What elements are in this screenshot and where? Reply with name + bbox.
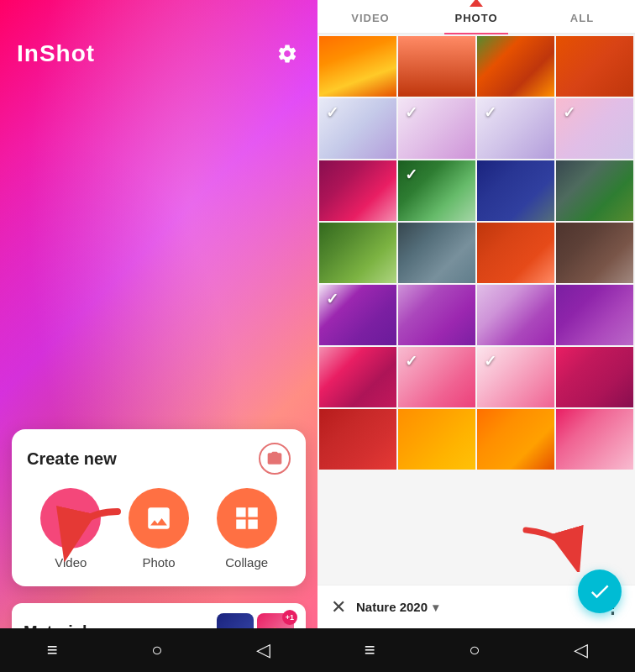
photo-option[interactable]: Photo: [129, 488, 189, 570]
checkmark-6-3: ✓: [484, 352, 496, 370]
tab-all[interactable]: ALL: [529, 0, 635, 33]
grid-cell-6-3[interactable]: ✓: [477, 347, 554, 407]
back-nav-left[interactable]: ◁: [256, 639, 270, 661]
photo-grid[interactable]: ✓ ✓ ✓ ✓ ✓: [318, 34, 635, 585]
home-nav-left[interactable]: ≡: [47, 639, 58, 661]
grid-cell-4-4[interactable]: [556, 223, 633, 283]
grid-cell-1-4[interactable]: [556, 36, 633, 97]
confirm-fab[interactable]: [578, 570, 622, 613]
checkmark-2-3: ✓: [484, 103, 496, 122]
grid-cell-6-2[interactable]: ✓: [398, 347, 475, 407]
back-nav-right[interactable]: ◁: [574, 639, 588, 661]
collage-label: Collage: [225, 555, 268, 570]
camera-button[interactable]: [259, 443, 291, 475]
video-circle: [40, 488, 101, 549]
plus-badge: +1: [282, 610, 297, 625]
grid-cell-3-1[interactable]: [319, 160, 396, 221]
grid-row-3: ✓: [319, 160, 633, 221]
grid-cell-2-1[interactable]: ✓: [319, 98, 396, 159]
grid-cell-5-4[interactable]: [556, 285, 633, 345]
grid-cell-1-1[interactable]: [319, 36, 396, 97]
create-card-header: Create new: [27, 443, 291, 475]
grid-row-4: [319, 223, 633, 283]
checkmark-2-2: ✓: [405, 103, 417, 122]
grid-row-1: [319, 36, 633, 97]
grid-cell-7-1[interactable]: [319, 409, 396, 470]
grid-row-7: [319, 409, 633, 470]
album-selector[interactable]: Nature 2020 ▾: [356, 600, 593, 614]
grid-cell-7-2[interactable]: [398, 409, 475, 470]
grid-cell-1-3[interactable]: [477, 36, 554, 97]
create-card: Create new: [12, 429, 306, 586]
grid-cell-3-2[interactable]: ✓: [398, 160, 475, 221]
checkmark-2-1: ✓: [326, 103, 338, 122]
tab-video[interactable]: VIDEO: [318, 0, 423, 33]
settings-icon[interactable]: [274, 40, 301, 67]
video-label: Video: [55, 555, 87, 570]
grid-cell-1-2[interactable]: [398, 36, 475, 97]
grid-cell-2-3[interactable]: ✓: [477, 98, 554, 159]
create-options: Video Photo Collage: [27, 488, 291, 570]
grid-cell-7-4[interactable]: [556, 409, 633, 470]
grid-cell-7-3[interactable]: [477, 409, 554, 470]
checkmark-2-4: ✓: [563, 103, 575, 122]
circle-nav-right[interactable]: ○: [469, 639, 480, 661]
app-logo: InShot: [17, 40, 95, 67]
close-button[interactable]: ✕: [331, 596, 346, 618]
bottom-nav-right: ≡ ○ ◁: [318, 628, 635, 672]
right-panel: VIDEO PHOTO ALL: [318, 0, 635, 672]
tab-arrow-indicator: [470, 0, 483, 7]
tabs-row: VIDEO PHOTO ALL: [318, 0, 635, 34]
checkmark-3-2: ✓: [405, 165, 417, 184]
photo-circle: [129, 488, 189, 549]
grid-cell-6-4[interactable]: [556, 347, 633, 407]
photo-label: Photo: [142, 555, 175, 570]
grid-cell-4-1[interactable]: [319, 223, 396, 283]
grid-cell-6-1[interactable]: [319, 347, 396, 407]
tab-photo[interactable]: PHOTO: [423, 0, 529, 33]
collage-option[interactable]: Collage: [217, 488, 277, 570]
grid-cell-5-3[interactable]: [477, 285, 554, 345]
home-nav-right[interactable]: ≡: [365, 639, 375, 661]
grid-cell-2-2[interactable]: ✓: [398, 98, 475, 159]
checkmark-5-1: ✓: [326, 290, 338, 308]
grid-row-5: ✓: [319, 285, 633, 345]
grid-cell-3-4[interactable]: [556, 160, 633, 221]
create-new-label: Create new: [27, 449, 117, 469]
video-option[interactable]: Video: [40, 488, 101, 570]
left-spacer: [0, 81, 318, 429]
checkmark-6-2: ✓: [405, 352, 417, 370]
collage-circle: [217, 488, 277, 549]
grid-row-2: ✓ ✓ ✓ ✓: [319, 98, 633, 159]
left-panel: InShot Create new: [0, 0, 318, 672]
grid-cell-3-3[interactable]: [477, 160, 554, 221]
grid-cell-2-4[interactable]: ✓: [556, 98, 633, 159]
album-name: Nature 2020: [356, 600, 428, 614]
bottom-nav-left: ≡ ○ ◁: [0, 628, 318, 672]
grid-row-6: ✓ ✓: [319, 347, 633, 407]
grid-cell-5-1[interactable]: ✓: [319, 285, 396, 345]
grid-cell-4-2[interactable]: [398, 223, 475, 283]
grid-cell-4-3[interactable]: [477, 223, 554, 283]
grid-cell-5-2[interactable]: [398, 285, 475, 345]
chevron-down-icon: ▾: [433, 601, 438, 614]
circle-nav-left[interactable]: ○: [151, 639, 162, 661]
left-header: InShot: [0, 0, 318, 81]
